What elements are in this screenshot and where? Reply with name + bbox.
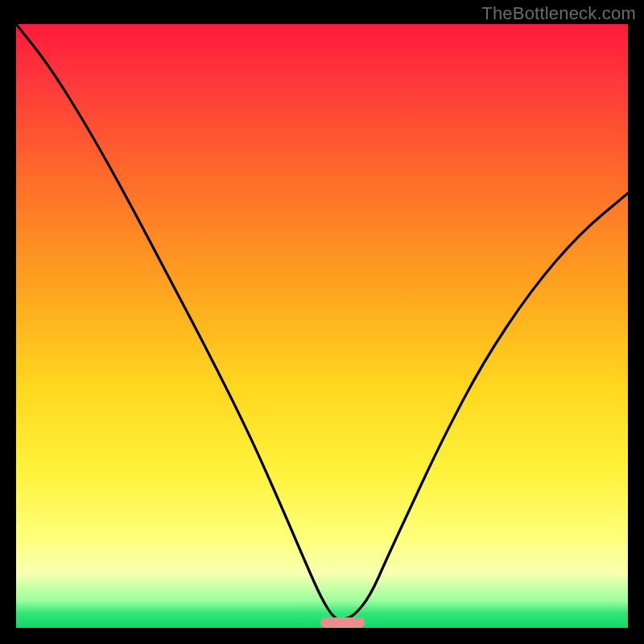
watermark-text: TheBottleneck.com (481, 3, 636, 24)
bottleneck-curve (16, 24, 628, 628)
optimal-range-marker (320, 617, 365, 628)
plot-area (16, 24, 628, 628)
chart-frame: TheBottleneck.com (0, 0, 644, 644)
